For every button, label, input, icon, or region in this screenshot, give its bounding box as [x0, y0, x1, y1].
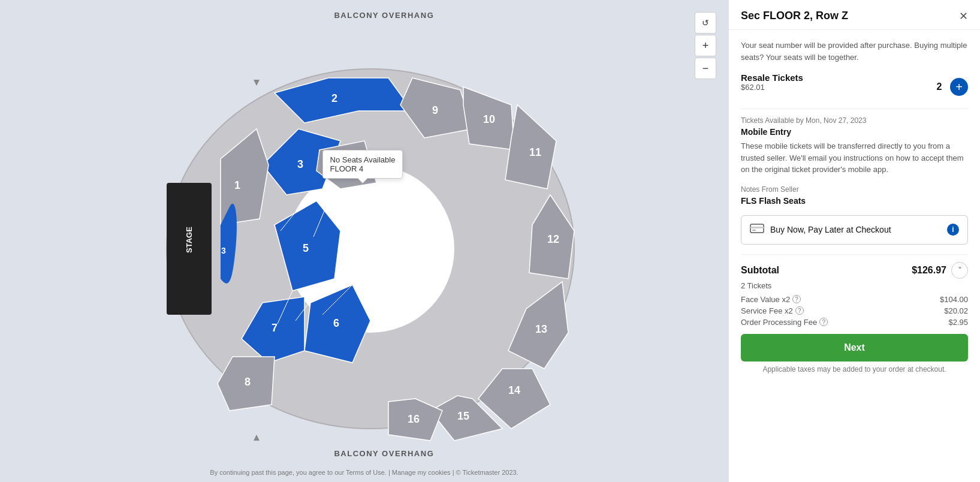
- subtotal-row: Subtotal $126.97 ˅: [741, 262, 968, 279]
- taxes-note: Applicable taxes may be added to your or…: [741, 365, 968, 373]
- seat-info-text: Your seat number will be provided after …: [741, 40, 968, 63]
- fee-amount: $20.02: [944, 306, 968, 315]
- fee-question-icon[interactable]: ?: [819, 318, 828, 326]
- fee-amount: $104.00: [940, 295, 968, 304]
- balcony-bottom-label: BALCONY OVERHANG: [334, 449, 434, 458]
- subtotal-toggle-button[interactable]: ˅: [951, 262, 968, 279]
- close-button[interactable]: ✕: [959, 11, 968, 22]
- svg-text:10: 10: [483, 113, 494, 125]
- svg-text:5: 5: [302, 242, 308, 254]
- svg-text:11: 11: [529, 146, 541, 158]
- buy-now-inner: Buy Now, Pay Later at Checkout: [750, 223, 891, 237]
- svg-text:4: 4: [343, 161, 349, 173]
- fee-label: Face Value x2 ?: [741, 295, 801, 304]
- reset-icon: ↺: [702, 19, 709, 27]
- notes-value: FLS Flash Seats: [741, 196, 968, 206]
- fee-amount: $2.95: [948, 318, 968, 327]
- availability-label: Tickets Available by Mon, Nov 27, 2023: [741, 116, 968, 125]
- fee-label: Service Fee x2 ?: [741, 306, 804, 315]
- panel-header: Sec FLOOR 2, Row Z ✕: [729, 0, 980, 30]
- svg-text:15: 15: [457, 410, 469, 422]
- zoom-out-icon: −: [702, 63, 709, 74]
- fee-row: Order Processing Fee ? $2.95: [741, 318, 968, 327]
- next-button[interactable]: Next: [741, 334, 968, 362]
- fee-question-icon[interactable]: ?: [795, 306, 804, 315]
- fee-row: Face Value x2 ? $104.00: [741, 295, 968, 304]
- svg-text:1: 1: [234, 179, 240, 191]
- svg-text:3: 3: [297, 158, 303, 170]
- subtotal-right: $126.97 ˅: [912, 262, 968, 279]
- svg-rect-30: [752, 230, 756, 231]
- mobile-entry-title: Mobile Entry: [741, 127, 968, 137]
- buy-now-box[interactable]: Buy Now, Pay Later at Checkout i: [741, 215, 968, 245]
- svg-text:14: 14: [508, 384, 520, 396]
- subtotal-amount: $126.97: [912, 265, 946, 276]
- svg-text:2: 2: [331, 92, 337, 104]
- fee-row: Service Fee x2 ? $20.02: [741, 306, 968, 315]
- chevron-down-icon: ˅: [958, 266, 962, 275]
- resale-price: $62.01: [741, 83, 803, 92]
- svg-text:12: 12: [547, 233, 559, 245]
- svg-text:9: 9: [432, 104, 438, 116]
- svg-marker-27: [254, 435, 260, 441]
- zoom-in-icon: +: [702, 40, 709, 51]
- svg-text:13: 13: [535, 323, 547, 335]
- seat-map-area: BALCONY OVERHANG ↺ + − 2 3 5: [0, 0, 728, 482]
- svg-text:8: 8: [244, 376, 250, 388]
- subtotal-label: Subtotal: [741, 265, 779, 276]
- close-icon: ✕: [959, 10, 968, 22]
- panel-title: Sec FLOOR 2, Row Z: [741, 10, 848, 22]
- svg-text:6: 6: [333, 317, 339, 329]
- svg-rect-29: [750, 227, 764, 228]
- ticket-row: Resale Tickets $62.01 2 +: [741, 73, 968, 101]
- zoom-out-button[interactable]: −: [695, 58, 716, 79]
- buy-now-icon: [750, 223, 764, 237]
- footer-text: By continuing past this page, you agree …: [0, 469, 728, 476]
- zoom-in-button[interactable]: +: [695, 35, 716, 56]
- buy-now-text: Buy Now, Pay Later at Checkout: [770, 225, 891, 234]
- resale-label-group: Resale Tickets $62.01: [741, 73, 803, 101]
- svg-text:7: 7: [271, 322, 277, 334]
- qty-controls: 2 +: [933, 78, 968, 96]
- balcony-top-label: BALCONY OVERHANG: [334, 11, 434, 20]
- tickets-count: 2 Tickets: [741, 281, 968, 290]
- buy-now-info-icon[interactable]: i: [947, 224, 959, 236]
- right-panel: Sec FLOOR 2, Row Z ✕ Your seat number wi…: [728, 0, 980, 482]
- svg-marker-26: [254, 80, 260, 86]
- panel-body: Your seat number will be provided after …: [729, 30, 980, 482]
- qty-display: 2: [933, 82, 945, 92]
- svg-text:16: 16: [407, 413, 419, 425]
- svg-text:STAGE: STAGE: [184, 227, 193, 253]
- add-icon: +: [955, 81, 963, 93]
- fee-label: Order Processing Fee ?: [741, 318, 828, 327]
- qty-add-button[interactable]: +: [950, 78, 968, 96]
- zoom-reset-button[interactable]: ↺: [695, 12, 716, 34]
- fee-rows: Face Value x2 ? $104.00 Service Fee x2 ?…: [741, 295, 968, 327]
- divider-1: [741, 109, 968, 109]
- resale-label: Resale Tickets: [741, 73, 803, 83]
- subtotal-section: Subtotal $126.97 ˅ 2 Tickets Face Value …: [741, 254, 968, 327]
- seatmap-container: 2 3 5 6 7 1 4 8 9: [137, 45, 592, 455]
- mobile-entry-text: These mobile tickets will be transferred…: [741, 140, 968, 176]
- svg-text:3: 3: [221, 246, 226, 255]
- fee-question-icon[interactable]: ?: [792, 295, 801, 303]
- notes-label: Notes From Seller: [741, 185, 968, 194]
- venue-map[interactable]: 2 3 5 6 7 1 4 8 9: [137, 45, 592, 453]
- zoom-controls: ↺ + −: [695, 12, 716, 79]
